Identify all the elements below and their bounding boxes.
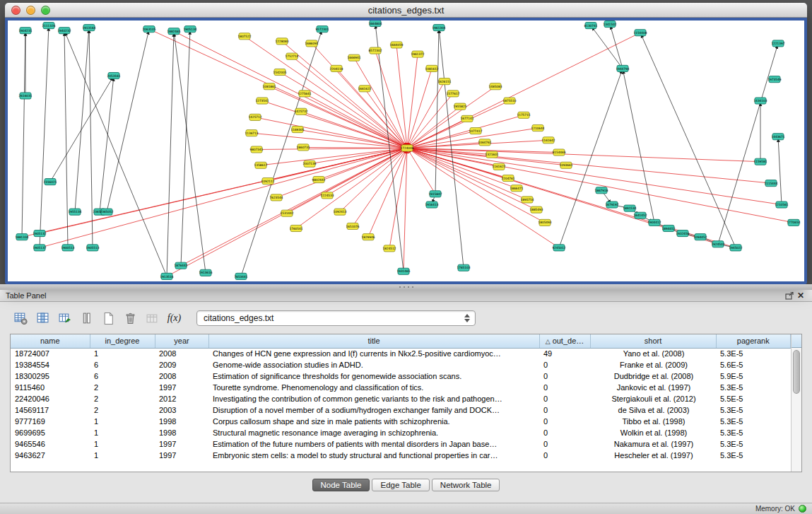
graph-node[interactable]: 8572302 (368, 47, 382, 54)
graph-node[interactable]: 1961304 (432, 25, 445, 31)
formula-builder-button[interactable]: f(x) (165, 309, 184, 327)
table-cell[interactable]: 2009 (155, 359, 208, 370)
table-row[interactable]: 946362711997Embryonic stem cells: a mode… (11, 450, 791, 461)
table-settings-button[interactable] (11, 309, 30, 327)
table-cell[interactable]: 18724007 (11, 348, 90, 359)
graph-node[interactable]: 1653376 (346, 223, 359, 229)
table-cell[interactable]: Disruption of a novel member of a sodium… (208, 404, 539, 416)
table-row[interactable]: 1938455462009Genome-wide association stu… (11, 359, 791, 370)
row-tools-button[interactable] (77, 309, 96, 327)
graph-node[interactable]: 1077417 (469, 128, 482, 134)
table-row[interactable]: 946554611997Estimation of the future num… (11, 438, 791, 450)
graph-node[interactable]: 1664804 (368, 21, 382, 27)
graph-node[interactable]: 1904412 (647, 219, 661, 226)
table-cell[interactable]: 1 (90, 427, 155, 438)
graph-node[interactable]: 1626151 (437, 78, 451, 85)
graph-node[interactable]: 1531442 (280, 210, 293, 216)
column-header-out_de[interactable]: △out_de… (539, 334, 590, 348)
graph-node[interactable]: 9154469 (552, 149, 565, 156)
graph-node[interactable]: 1829946 (361, 234, 375, 240)
table-cell[interactable]: Embryonic stem cells: a model to study s… (208, 450, 539, 461)
table-cell[interactable]: Yano et al. (2008) (590, 348, 716, 359)
table-cell[interactable]: 22420046 (11, 393, 90, 404)
table-cell[interactable]: 0 (539, 359, 590, 370)
graph-node[interactable]: 1175715 (517, 112, 530, 118)
apply-function-button[interactable] (55, 309, 74, 327)
graph-node[interactable]: 1916413 (425, 201, 438, 208)
tab-network-table[interactable]: Network Table (432, 479, 500, 491)
graph-node[interactable]: 1860731 (296, 144, 310, 151)
graph-node[interactable]: 1807522 (237, 33, 251, 40)
table-cell[interactable]: Tibbo et al. (1998) (590, 416, 716, 427)
graph-node[interactable]: 1905513 (86, 245, 99, 251)
graph-node[interactable]: 1824512 (382, 245, 396, 252)
vertical-scrollbar[interactable] (791, 334, 801, 472)
table-cell[interactable]: 14569117 (11, 404, 90, 416)
graph-node[interactable]: 8130741 (584, 23, 597, 29)
window-titlebar[interactable]: citations_edges.txt (5, 3, 807, 18)
table-cell[interactable]: Nakamura et al. (1997) (590, 438, 716, 450)
graph-node[interactable]: 1915847 (428, 191, 442, 197)
table-cell[interactable]: 2 (90, 382, 155, 393)
table-cell[interactable]: 5.3E-5 (716, 427, 791, 438)
graph-node[interactable]: 1895754 (520, 197, 534, 203)
graph-node[interactable]: 1275641 (298, 90, 311, 97)
table-cell[interactable]: 5.3E-5 (716, 438, 791, 450)
table-cell[interactable]: 0 (539, 427, 590, 438)
graph-node[interactable]: 1092112 (261, 178, 274, 185)
graph-node[interactable]: 2063105 (142, 26, 155, 33)
graph-node[interactable]: 1913516 (160, 273, 173, 279)
graph-node[interactable]: 1882465 (167, 28, 180, 35)
table-source-dropdown[interactable]: citations_edges.txt (196, 310, 476, 326)
graph-node[interactable]: 1885493 (529, 206, 543, 213)
graph-node[interactable]: 9572301 (315, 26, 329, 33)
new-table-button[interactable] (99, 309, 118, 327)
graph-node[interactable]: 1905132 (33, 230, 46, 237)
column-header-title[interactable]: title (208, 334, 539, 348)
graph-node[interactable]: 1542005 (273, 69, 286, 75)
table-cell[interactable]: 5.3E-5 (716, 416, 791, 427)
graph-node[interactable]: 7653441 (234, 273, 247, 279)
graph-node[interactable]: 1765103 (457, 264, 470, 271)
graph-node[interactable]: 1931465 (396, 268, 410, 274)
graph-node[interactable]: 1641452 (633, 212, 647, 218)
column-header-pagerank[interactable]: pagerank (716, 334, 791, 348)
graph-node[interactable]: 1093661 (559, 162, 572, 168)
table-cell[interactable]: 0 (539, 450, 590, 461)
graph-node[interactable]: 1805493 (538, 219, 551, 226)
table-cell[interactable]: 0 (539, 393, 590, 404)
graph-node[interactable]: 1321601 (485, 151, 498, 158)
table-cell[interactable]: 1 (90, 450, 155, 461)
table-cell[interactable]: 5.9E-5 (716, 370, 791, 382)
graph-node[interactable]: 1945022 (729, 245, 742, 251)
graph-node[interactable]: 1679197 (605, 201, 618, 208)
graph-node[interactable]: 9802441 (312, 176, 325, 182)
table-cell[interactable]: Franke et al. (2009) (590, 359, 716, 370)
graph-node[interactable]: 2204761 (501, 175, 514, 181)
graph-node[interactable]: 1876442 (174, 262, 187, 269)
table-cell[interactable]: 5.6E-5 (716, 359, 791, 370)
table-cell[interactable]: 5.3E-5 (716, 348, 791, 359)
graph-node[interactable]: 1894452 (661, 225, 675, 231)
graph-node[interactable]: 1955134 (68, 209, 81, 215)
graph-node[interactable]: 2007139 (302, 160, 316, 167)
graph-node[interactable]: 1913616 (199, 269, 212, 276)
graph-node[interactable]: 1224533 (320, 192, 334, 199)
table-cell[interactable]: Genome-wide association studies in ADHD. (208, 359, 539, 370)
graph-node[interactable]: 1161642 (541, 137, 555, 144)
table-cell[interactable]: Dudbridge et al. (2008) (590, 370, 716, 382)
network-canvas[interactable]: 1724046180752212280831752714168609115420… (8, 21, 804, 281)
graph-node[interactable]: 1081612 (425, 65, 438, 71)
zoom-window-button[interactable] (41, 6, 50, 15)
graph-node[interactable]: 1136713 (245, 130, 258, 136)
table-cell[interactable]: Stergiakouli et al. (2012) (590, 393, 716, 404)
graph-node[interactable]: 1961372 (411, 51, 424, 57)
scrollbar-thumb[interactable] (793, 350, 800, 394)
graph-node[interactable]: 1092413 (333, 209, 346, 215)
graph-node[interactable]: 9245012 (552, 245, 565, 251)
graph-node[interactable]: 2204118 (329, 65, 343, 71)
table-cell[interactable]: 0 (539, 370, 590, 382)
network-graph[interactable]: 1724046180752212280831752714168609115420… (8, 21, 804, 281)
minimize-window-button[interactable] (26, 6, 35, 15)
table-cell[interactable]: 0 (539, 438, 590, 450)
